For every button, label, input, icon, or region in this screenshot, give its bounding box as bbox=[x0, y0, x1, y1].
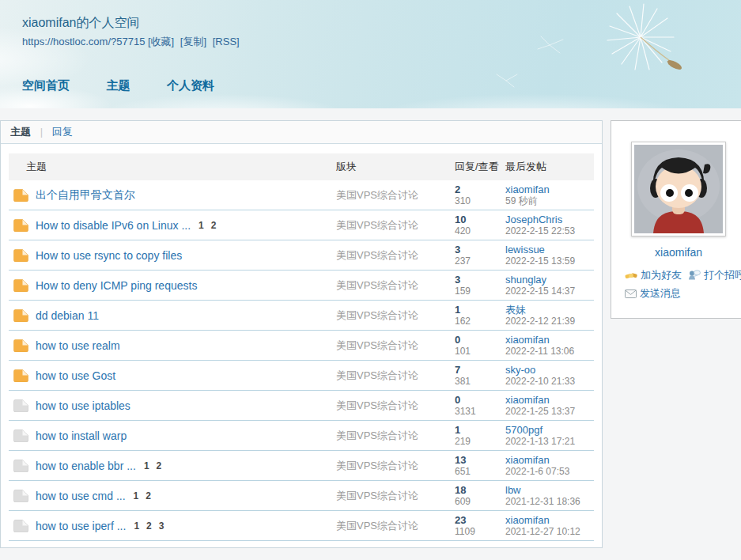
content-area: 主题 | 回复 主题 版块 回复/查看 最后发帖 出个自用甲骨文首尔 美国VPS… bbox=[0, 120, 741, 560]
thread-page-link[interactable]: 1 bbox=[144, 460, 149, 471]
thread-page-link[interactable]: 2 bbox=[146, 520, 152, 532]
thread-forum-link[interactable]: 美国VPS综合讨论 bbox=[336, 219, 418, 231]
thread-title-link[interactable]: 出个自用甲骨文首尔 bbox=[36, 188, 135, 202]
last-post-user-link[interactable]: lbw bbox=[505, 484, 594, 496]
thread-title-link[interactable]: how to install warp bbox=[36, 429, 127, 442]
last-post-user-link[interactable]: JosephChris bbox=[505, 214, 594, 225]
thread-title-link[interactable]: how to use realm bbox=[36, 339, 120, 352]
thread-page-link[interactable]: 3 bbox=[159, 520, 164, 532]
view-count: 609 bbox=[455, 496, 505, 508]
page-title: xiaomifan的个人空间 bbox=[22, 15, 139, 32]
rss-link[interactable]: [RSS] bbox=[213, 36, 240, 47]
view-count: 1109 bbox=[455, 526, 505, 538]
last-post-user-link[interactable]: shunglay bbox=[505, 274, 594, 286]
last-post-user-link[interactable]: xiaomifan bbox=[505, 394, 594, 406]
profile-username-link[interactable]: xiaomifan bbox=[655, 246, 702, 259]
thread-page-link[interactable]: 2 bbox=[211, 220, 217, 231]
thread-forum-link[interactable]: 美国VPS综合讨论 bbox=[336, 249, 418, 261]
thread-forum-link[interactable]: 美国VPS综合讨论 bbox=[336, 520, 418, 532]
space-nav: 空间首页 主题 个人资料 bbox=[22, 78, 248, 93]
nav-profile[interactable]: 个人资料 bbox=[167, 78, 214, 93]
last-post-user-link[interactable]: xiaomifan bbox=[505, 184, 594, 195]
thread-forum-link[interactable]: 美国VPS综合讨论 bbox=[336, 309, 418, 321]
thread-title-link[interactable]: how to enable bbr ... bbox=[36, 460, 136, 472]
thread-title-link[interactable]: How to disable IPv6 on Linux ... bbox=[36, 219, 191, 232]
thread-page-link[interactable]: 1 bbox=[134, 520, 139, 532]
threads-table: 主题 版块 回复/查看 最后发帖 出个自用甲骨文首尔 美国VPS综合讨论 2 3… bbox=[1, 144, 602, 547]
favorite-link[interactable]: [收藏] bbox=[148, 36, 174, 47]
send-message-link[interactable]: 发送消息 bbox=[640, 287, 681, 299]
threads-panel: 主题 | 回复 主题 版块 回复/查看 最后发帖 出个自用甲骨文首尔 美国VPS… bbox=[0, 120, 603, 548]
thread-page-link[interactable]: 2 bbox=[146, 490, 151, 501]
thread-title-link[interactable]: how to use iperf ... bbox=[36, 520, 126, 532]
thread-forum-link[interactable]: 美国VPS综合讨论 bbox=[336, 189, 418, 201]
thread-forum-link[interactable]: 美国VPS综合讨论 bbox=[336, 339, 418, 351]
last-post-time: 2022-2-15 13:59 bbox=[505, 255, 594, 267]
reply-count: 1 bbox=[455, 304, 505, 316]
thread-pages: 12 bbox=[134, 490, 158, 501]
reply-count: 1 bbox=[455, 424, 505, 436]
table-row: how to enable bbr ... 12 美国VPS综合讨论 13 65… bbox=[9, 451, 594, 481]
thread-title-link[interactable]: dd debian 11 bbox=[36, 309, 99, 322]
reply-count: 23 bbox=[455, 514, 505, 526]
threads-tabbar: 主题 | 回复 bbox=[1, 121, 602, 144]
add-friend-link[interactable]: 加为好友 bbox=[641, 269, 682, 281]
nav-space-home[interactable]: 空间首页 bbox=[22, 78, 70, 93]
table-row: How to deny ICMP ping requests 美国VPS综合讨论… bbox=[9, 271, 594, 301]
last-post-user-link[interactable]: 5700pgf bbox=[505, 424, 594, 436]
thread-title-link[interactable]: how to use iptables bbox=[36, 399, 130, 412]
thread-forum-link[interactable]: 美国VPS综合讨论 bbox=[336, 399, 418, 411]
last-post-time: 2022-1-6 07:53 bbox=[505, 466, 594, 478]
thread-forum-link[interactable]: 美国VPS综合讨论 bbox=[336, 429, 418, 441]
view-count: 101 bbox=[455, 346, 505, 358]
tab-replies[interactable]: 回复 bbox=[52, 126, 73, 138]
thread-forum-link[interactable]: 美国VPS综合讨论 bbox=[336, 369, 418, 381]
thread-icon bbox=[13, 460, 28, 472]
last-post-user-link[interactable]: xiaomifan bbox=[505, 334, 594, 346]
tab-threads[interactable]: 主题 bbox=[10, 126, 31, 138]
last-post-user-link[interactable]: sky-oo bbox=[505, 364, 594, 376]
reply-count: 18 bbox=[455, 484, 505, 496]
say-hi-icon bbox=[688, 269, 701, 280]
avatar[interactable] bbox=[631, 142, 726, 236]
thread-page-link[interactable]: 1 bbox=[198, 220, 204, 231]
thread-icon bbox=[13, 249, 28, 262]
last-post-user-link[interactable]: xiaomifan bbox=[505, 514, 594, 526]
thread-pages: 12 bbox=[198, 219, 223, 231]
space-url-row: https://hostloc.com/?57715 [收藏] [复制] [RS… bbox=[22, 35, 243, 49]
last-post-time: 2022-1-13 17:21 bbox=[505, 436, 594, 448]
last-post-time: 2022-2-11 13:06 bbox=[505, 346, 594, 358]
thread-pages: 123 bbox=[134, 520, 171, 532]
thread-title-link[interactable]: How to use rsync to copy files bbox=[36, 249, 182, 262]
last-post-user-link[interactable]: lewissue bbox=[505, 244, 594, 255]
table-header-row: 主题 版块 回复/查看 最后发帖 bbox=[9, 153, 594, 180]
last-post-user-link[interactable]: 表妹 bbox=[505, 304, 594, 316]
thread-title-link[interactable]: how to use cmd ... bbox=[36, 490, 126, 502]
table-row: How to disable IPv6 on Linux ... 12 美国VP… bbox=[9, 210, 594, 240]
thread-icon bbox=[13, 399, 28, 412]
thread-icon bbox=[13, 279, 28, 292]
nav-threads[interactable]: 主题 bbox=[106, 78, 130, 93]
space-url: https://hostloc.com/?57715 bbox=[22, 36, 145, 47]
last-post-time: 2022-2-10 21:33 bbox=[505, 376, 594, 388]
profile-actions: 加为好友 打个招呼 发送消息 bbox=[625, 266, 741, 302]
view-count: 3131 bbox=[455, 406, 505, 418]
copy-link[interactable]: [复制] bbox=[180, 36, 206, 47]
table-row: dd debian 11 美国VPS综合讨论 1 162 表妹 2022-2-1… bbox=[9, 301, 594, 331]
reply-count: 0 bbox=[455, 394, 505, 406]
reply-count: 7 bbox=[455, 364, 505, 376]
thread-forum-link[interactable]: 美国VPS综合讨论 bbox=[336, 460, 418, 471]
thread-title-link[interactable]: How to deny ICMP ping requests bbox=[36, 279, 197, 292]
view-count: 420 bbox=[455, 225, 505, 237]
thread-icon bbox=[13, 520, 28, 532]
avatar-image bbox=[634, 145, 723, 233]
last-post-user-link[interactable]: xiaomifan bbox=[505, 454, 594, 466]
thread-icon bbox=[13, 309, 28, 322]
table-row: how to use iptables 美国VPS综合讨论 0 3131 xia… bbox=[9, 391, 594, 421]
thread-forum-link[interactable]: 美国VPS综合讨论 bbox=[336, 279, 418, 291]
thread-title-link[interactable]: how to use Gost bbox=[36, 369, 115, 382]
thread-page-link[interactable]: 2 bbox=[157, 460, 162, 471]
thread-page-link[interactable]: 1 bbox=[134, 490, 139, 501]
thread-forum-link[interactable]: 美国VPS综合讨论 bbox=[336, 490, 418, 501]
say-hi-link[interactable]: 打个招呼 bbox=[704, 269, 741, 281]
